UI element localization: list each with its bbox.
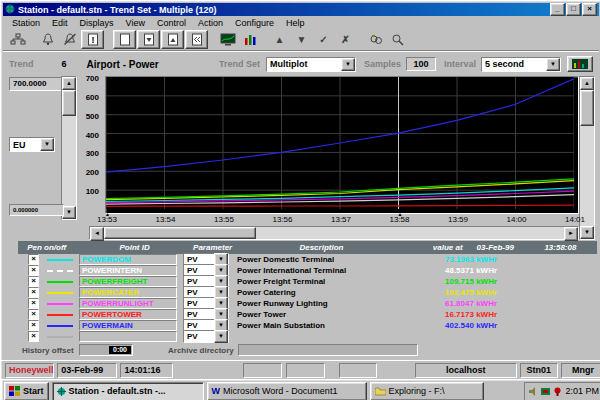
point-id-field[interactable] — [79, 331, 177, 342]
pen-on-off-checkbox[interactable]: × — [28, 287, 39, 298]
chevron-down-icon[interactable]: ▼ — [341, 58, 355, 71]
menu-help[interactable]: Help — [281, 17, 310, 29]
chevron-down-icon[interactable]: ▼ — [546, 58, 560, 71]
task-explorer[interactable]: Exploring - F:\ — [370, 382, 484, 400]
point-value: 16.7173 kWHr — [445, 310, 551, 319]
horizontal-scrollbar[interactable]: ◄ ► — [89, 226, 579, 240]
pen-line-sample — [47, 259, 73, 261]
pen-on-off-checkbox[interactable]: × — [28, 309, 39, 320]
status-cell-empty — [286, 363, 325, 378]
history-offset-field[interactable]: 0:00 — [79, 344, 133, 356]
scroll-down-icon[interactable]: ▼ — [580, 226, 594, 239]
interval-select[interactable]: 5 second ▼ — [481, 57, 561, 72]
display-icon[interactable] — [217, 31, 238, 48]
y-axis: 700600500400300200100 — [75, 78, 103, 210]
pen-line-sample — [47, 292, 73, 294]
station-tray-icon[interactable] — [541, 387, 550, 396]
point-id-field[interactable]: POWERRUNLIGHT — [79, 298, 177, 309]
pen-on-off-checkbox[interactable]: × — [28, 298, 39, 309]
start-button[interactable]: Start — [4, 382, 49, 400]
alarm-silence-icon[interactable] — [59, 31, 80, 48]
header-parameter: Parameter — [184, 243, 241, 252]
task-station[interactable]: Station - default.stn -... — [52, 382, 204, 400]
taskbar-clock: 2:01 PM — [565, 386, 599, 396]
trend-set-select[interactable]: Multiplot ▼ — [266, 57, 356, 72]
table-row: ×POWERMAINPV▼Power Main Substation402.54… — [18, 320, 597, 331]
search-icon[interactable] — [387, 31, 408, 48]
eu-select[interactable]: EU ▼ — [9, 137, 55, 152]
trend-plot[interactable] — [105, 76, 579, 214]
menu-station[interactable]: Station — [7, 17, 45, 29]
accept-icon[interactable]: ✓ — [313, 31, 334, 48]
x-tick-label: 13:54 — [151, 215, 181, 224]
pen-on-off-checkbox[interactable]: × — [28, 320, 39, 331]
pen-line-sample — [47, 281, 73, 283]
point-description: Power Tower — [237, 310, 441, 319]
page-down-icon[interactable] — [137, 30, 160, 49]
scroll-thumb[interactable] — [62, 90, 76, 116]
samples-label: Samples — [364, 59, 401, 69]
point-value: 402.540 kWHr — [445, 321, 551, 330]
close-button[interactable]: × — [582, 3, 597, 16]
chevron-down-icon[interactable]: ▼ — [40, 138, 54, 151]
scroll-thumb[interactable] — [104, 227, 256, 239]
point-id-field[interactable]: POWERTOWER — [79, 309, 177, 320]
scroll-right-icon[interactable]: ► — [564, 227, 578, 241]
alarm-bell-icon[interactable] — [37, 31, 58, 48]
task-word[interactable]: W Microsoft Word - Document1 — [207, 382, 367, 400]
pen-line-sample — [47, 303, 73, 305]
network-icon[interactable] — [7, 31, 28, 48]
point-id-field[interactable]: POWERINTERN — [79, 265, 177, 276]
brand-label: Honeywell — [5, 363, 54, 378]
alarm-tray-icon[interactable] — [553, 387, 562, 396]
scroll-thumb[interactable] — [580, 90, 594, 126]
page-icon[interactable] — [113, 30, 136, 49]
cursor-marker-icon[interactable]: ▲ — [105, 211, 110, 217]
samples-input[interactable]: 100 — [406, 57, 436, 71]
y-max-input[interactable]: 700.0000 — [9, 77, 64, 91]
pen-on-off-checkbox[interactable]: × — [28, 265, 39, 276]
menu-configure[interactable]: Configure — [230, 17, 279, 29]
cursor-marker-icon[interactable]: ▲ — [398, 211, 403, 217]
point-id-field[interactable]: POWERDOM — [79, 254, 177, 265]
menu-displays[interactable]: Displays — [75, 17, 119, 29]
status-date: 03-Feb-99 — [57, 363, 117, 378]
history-offset-label: History offset — [22, 346, 74, 355]
point-description: Power Runway Lighting — [237, 299, 441, 308]
pen-on-off-checkbox[interactable]: × — [28, 331, 39, 342]
x-tick-label: 13:59 — [443, 215, 473, 224]
scroll-up-icon[interactable]: ▲ — [62, 77, 76, 90]
scroll-left-icon[interactable]: ◄ — [90, 227, 104, 241]
interval-label: Interval — [444, 59, 476, 69]
archive-directory-field[interactable] — [238, 344, 418, 356]
scroll-up-icon[interactable]: ▲ — [580, 77, 594, 90]
x-tick-label: 13:55 — [209, 215, 239, 224]
point-id-field[interactable]: POWERFREIGHT — [79, 276, 177, 287]
page-up-icon[interactable] — [161, 30, 184, 49]
menu-action[interactable]: Action — [193, 17, 228, 29]
minimize-button[interactable]: _ — [550, 3, 565, 16]
pen-on-off-checkbox[interactable]: × — [28, 254, 39, 265]
menu-edit[interactable]: Edit — [47, 17, 73, 29]
alarm-page-icon[interactable]: ! — [81, 30, 104, 49]
speaker-icon[interactable] — [529, 387, 538, 396]
point-id-field[interactable]: POWERMAIN — [79, 320, 177, 331]
menu-control[interactable]: Control — [152, 17, 191, 29]
raise-icon[interactable]: ▲ — [269, 31, 290, 48]
lower-icon[interactable]: ▼ — [291, 31, 312, 48]
page-recall-icon[interactable] — [185, 30, 208, 49]
chart-button[interactable] — [567, 56, 593, 72]
point-id-field[interactable]: POWERCATER — [79, 287, 177, 298]
maximize-button[interactable]: □ — [566, 3, 581, 16]
scroll-down-icon[interactable]: ▼ — [62, 206, 76, 219]
cancel-icon[interactable]: ✗ — [335, 31, 356, 48]
trend-label: Trend — [9, 59, 34, 69]
pen-on-off-checkbox[interactable]: × — [28, 276, 39, 287]
table-row: ×POWERFREIGHTPV▼Power Freight Terminal10… — [18, 276, 597, 287]
y-min-input[interactable]: 0.000000 — [9, 204, 64, 216]
menu-view[interactable]: View — [121, 17, 150, 29]
point-description: Power International Terminal — [237, 266, 441, 275]
trend-icon[interactable] — [239, 31, 260, 48]
associated-display-icon[interactable] — [365, 31, 386, 48]
pen-rows: ×POWERDOMPV▼Power Domestic Terminal73.19… — [18, 254, 597, 342]
